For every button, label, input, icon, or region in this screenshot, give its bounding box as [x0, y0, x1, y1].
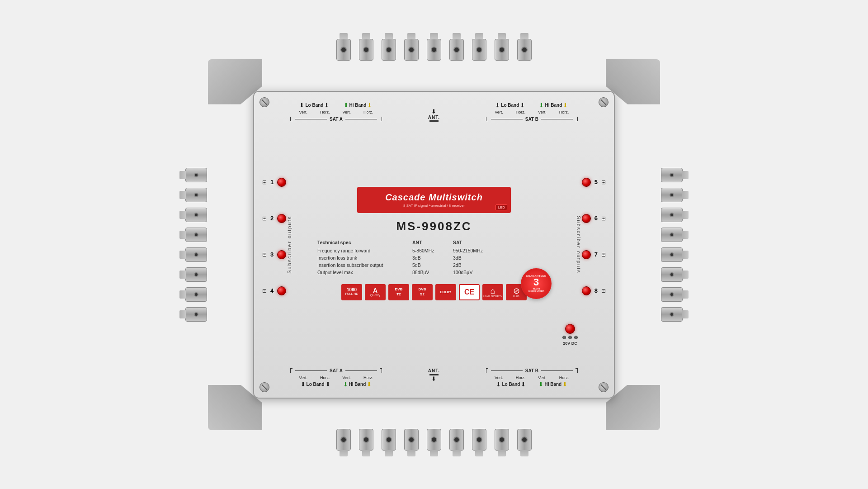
sat-b-lo-arrow-left: ⬇ — [495, 102, 500, 109]
sat-b-bot-line1 — [491, 370, 523, 371]
right-connector-8 — [661, 307, 683, 322]
guarantee-number: 3 — [533, 277, 539, 287]
hi-vert-label: Vert. — [342, 110, 351, 114]
sat-b-hi-band: ⬇ Hi Band ⬇ Vert. Horz. — [538, 102, 569, 114]
top-label-area: ⬇ Lo Band ⬇ Vert. Horz. ⬇ Hi Band — [290, 102, 578, 122]
led-4 — [277, 286, 286, 295]
lo-band-text: Lo Band — [305, 103, 323, 108]
port-right-7: ⊟ 7 — [582, 250, 606, 259]
sat-b-lo-vert: Vert. — [495, 110, 503, 114]
ant-arrow: ⬇ — [431, 108, 436, 115]
device-wrapper: ⬇ Lo Band ⬇ Vert. Horz. ⬇ Hi Band — [208, 59, 660, 430]
sat-b-bot-horz2: Horz. — [559, 375, 569, 380]
hi-band-text: Hi Band — [349, 103, 367, 108]
port-3-icon: ⊟ — [262, 252, 267, 258]
port-8-number: 8 — [594, 287, 598, 294]
left-connector-2 — [185, 188, 207, 202]
spec-3-label: Insertion loss subscriber output — [317, 262, 412, 268]
sat-a-lo-band: ⬇ Lo Band ⬇ Vert. Horz. — [299, 102, 330, 114]
port-left-2: ⊟ 2 — [262, 214, 286, 223]
port-5-number: 5 — [594, 179, 598, 185]
sat-b-bot-lo: ⬇ Lo Band ⬇ — [496, 381, 526, 388]
right-connectors — [661, 168, 683, 322]
bottom-connector-2 — [359, 429, 373, 451]
sat-a-bot-vert: Vert. — [299, 375, 307, 380]
badge-1080-text: 1080 — [347, 288, 357, 292]
sat-a-bot-hi-arr-r: ⬇ — [367, 381, 372, 388]
subscriber-right-label: Subscriber outputs — [576, 216, 581, 274]
sat-b-lo-arrow-right: ⬇ — [520, 102, 525, 109]
badge-dolby: DOLBY — [435, 284, 456, 300]
bottom-connector-3 — [382, 429, 396, 451]
sat-b-bands: ⬇ Lo Band ⬇ Vert. Horz. ⬇ Hi Band — [495, 102, 569, 114]
lo-band-arrow-left: ⬇ — [299, 102, 304, 109]
right-connector-6 — [661, 267, 683, 282]
port-4-icon: ⊟ — [262, 288, 267, 294]
ant-bot-arrow: ⬇ — [431, 375, 436, 382]
sat-b-hi-arrows: ⬇ Hi Band ⬇ — [539, 102, 568, 109]
left-connector-7 — [185, 287, 207, 302]
sat-b-line2 — [541, 119, 573, 119]
badge-rohs-text: RoHS — [513, 295, 519, 298]
sat-b-bot-lo-arr-l: ⬇ — [496, 381, 501, 388]
top-connector-4 — [404, 39, 419, 61]
sat-a-bot-line-left — [290, 368, 292, 373]
sat-b-bot-vh: Vert. Horz. Vert. Horz. — [495, 375, 569, 380]
sat-b-bot-hi-text: Hi Band — [544, 382, 561, 387]
hi-band-vh: Vert. Horz. — [342, 110, 373, 114]
specs-header: Technical spec ANT SAT — [317, 240, 551, 245]
port-8-icon: ⊟ — [601, 288, 606, 294]
badge-dvbs2-text: DVBS2 — [419, 287, 426, 297]
sat-b-lo-band: ⬇ Lo Band ⬇ Vert. Horz. — [495, 102, 525, 114]
sat-b-bot-hi-arr-l: ⬇ — [538, 381, 543, 388]
sat-a-bot-horz: Horz. — [320, 375, 330, 380]
spec-row-3: Insertion loss subscriber output 5dB 2dB — [317, 262, 551, 268]
power-dot-1 — [562, 336, 566, 339]
sat-a-labels: ⬇ Lo Band ⬇ Vert. Horz. ⬇ Hi Band — [290, 102, 382, 122]
spec-row-2: Insertion loss trunk 3dB 3dB — [317, 255, 551, 261]
bottom-label-area: SAT A Vert. Horz. Vert. Horz. ⬇ Lo Band — [290, 368, 578, 388]
top-connector-9 — [517, 39, 532, 61]
led-6 — [582, 214, 591, 223]
subscriber-left-area: Subscriber outputs — [287, 182, 292, 307]
sat-a-bot-line1 — [295, 370, 327, 371]
badge-hd-text: FULL HD — [345, 292, 359, 296]
sat-b-bot-lo-arrows: ⬇ Lo Band ⬇ — [496, 381, 526, 388]
sat-b-text: SAT B — [525, 117, 538, 122]
spec-4-label: Output level max — [317, 270, 412, 275]
left-connector-8 — [185, 307, 207, 322]
sat-a-bot-bands: ⬇ Lo Band ⬇ ⬇ Hi Band ⬇ — [301, 381, 372, 388]
sat-b-bottom: SAT B Vert. Horz. Vert. Horz. ⬇ Lo Band — [486, 368, 578, 388]
power-indicator: 20V DC — [562, 324, 578, 346]
sat-b-lo-text: Lo Band — [501, 103, 519, 108]
right-connector-7 — [661, 287, 683, 302]
sat-b-bot-line-left — [486, 368, 488, 373]
port-7-icon: ⊟ — [601, 252, 606, 258]
ant-lines — [429, 120, 439, 122]
product-subtitle: 8 SAT IF signal +terrestrial / 8 receive… — [371, 204, 497, 208]
power-dot-2 — [568, 336, 572, 339]
bottom-connector-6 — [449, 429, 464, 451]
led-3 — [277, 250, 286, 259]
bottom-connector-1 — [336, 429, 351, 451]
sat-a-bot-hi-text: Hi Band — [349, 382, 366, 387]
led-7 — [582, 250, 591, 259]
sat-a-line-label: SAT A — [290, 117, 382, 122]
badge-dvbs2: DVBS2 — [412, 284, 433, 300]
sat-b-lo-arrows: ⬇ Lo Band ⬇ — [495, 102, 525, 109]
power-label: 20V DC — [563, 341, 577, 346]
power-dot-3 — [574, 336, 578, 339]
sat-b-bot-vert: Vert. — [495, 375, 503, 380]
right-connector-1 — [661, 168, 683, 182]
sat-b-hi-text: Hi Band — [545, 103, 562, 108]
led-badge: LED — [495, 204, 507, 210]
spec-1-label: Frequency range forward — [317, 248, 412, 253]
port-6-number: 6 — [594, 215, 598, 222]
ant-text: ANT. — [428, 115, 440, 120]
spec-header-1: Technical spec — [317, 240, 412, 245]
sat-b-line-left — [486, 117, 488, 121]
top-connector-2 — [359, 39, 373, 61]
sat-a-line-right — [380, 117, 382, 121]
port-right-5: ⊟ 5 — [582, 178, 606, 187]
sat-b-lo-vh: Vert. Horz. — [495, 110, 525, 114]
